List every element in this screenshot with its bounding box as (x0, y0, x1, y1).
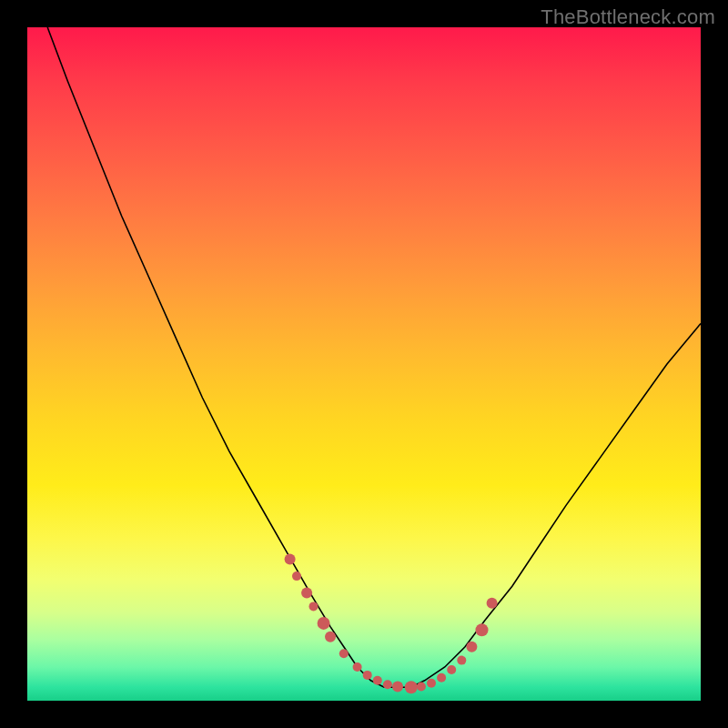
plot-area (27, 27, 701, 701)
marker-dot (292, 571, 301, 581)
marker-dot (417, 682, 426, 692)
marker-dot (325, 632, 336, 642)
marker-dot (427, 679, 436, 688)
marker-dot (476, 623, 489, 636)
marker-dot (309, 602, 318, 611)
bottleneck-curve (47, 27, 701, 687)
marker-dot (301, 588, 312, 599)
marker-dot (457, 656, 466, 665)
marker-dot (405, 681, 418, 693)
outer-frame: TheBottleneck.com (0, 0, 728, 728)
marker-dot (373, 676, 382, 685)
chart-svg (27, 27, 701, 701)
marker-dot (353, 662, 362, 672)
marker-dot (339, 649, 349, 658)
marker-dot (318, 617, 330, 630)
marker-dot (285, 554, 296, 565)
marker-dot (392, 682, 403, 693)
marker-dot (437, 673, 446, 682)
marker-dot (363, 671, 372, 680)
marker-dot (383, 680, 392, 689)
marker-dot (487, 598, 498, 609)
marker-dot (466, 642, 477, 652)
marker-dot (447, 665, 456, 674)
watermark-text: TheBottleneck.com (541, 5, 715, 29)
